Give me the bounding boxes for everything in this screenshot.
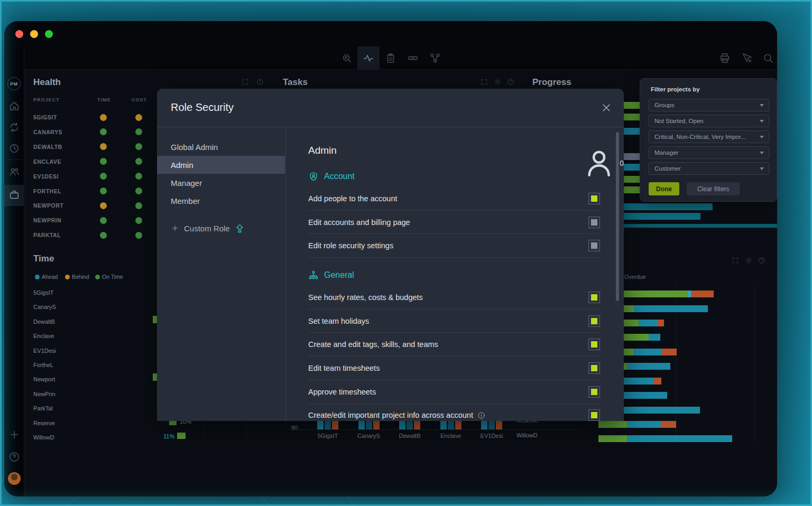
bar-segment-green_bar <box>598 435 627 442</box>
plus-icon <box>171 224 179 232</box>
gear-icon[interactable] <box>494 78 501 86</box>
cost-category-label: DewaltB <box>394 433 426 439</box>
progress-scrollbar[interactable] <box>624 224 777 228</box>
permission-label: Create and edit tags, skills, and teams <box>308 340 438 349</box>
permission-label: Approve timesheets <box>308 388 376 396</box>
app-logo[interactable]: PM <box>7 77 21 90</box>
permission-checkbox[interactable] <box>588 362 600 374</box>
bar-segment-orange_bar <box>661 421 676 428</box>
time-project-label: NewPrin <box>33 391 56 397</box>
activity-icon[interactable] <box>363 52 374 64</box>
gear-icon[interactable] <box>745 257 752 264</box>
role-item-member[interactable]: Member <box>157 192 285 210</box>
cost-bar <box>407 421 413 429</box>
filter-dropdown[interactable]: Groups <box>649 99 769 111</box>
permission-checkbox[interactable] <box>588 315 600 327</box>
top-toolbar <box>24 46 777 70</box>
filter-dropdown[interactable]: Manager <box>649 146 769 159</box>
modal-sidebar-divider <box>285 127 286 421</box>
custom-role-label: Custom Role <box>184 224 230 233</box>
workflow-icon[interactable] <box>429 52 441 64</box>
permission-checkbox[interactable] <box>588 339 600 350</box>
health-time-dot <box>100 202 107 209</box>
printer-icon[interactable] <box>719 52 731 64</box>
help-circle-icon[interactable] <box>256 78 264 86</box>
org-tree-icon <box>308 270 319 280</box>
health-project-name: NEWPORT <box>33 202 63 209</box>
overdue-stacked-bar <box>598 435 732 442</box>
permission-row: Approve timesheets <box>308 380 600 404</box>
bar-segment-teal <box>634 305 708 312</box>
health-cost-dot <box>135 232 142 239</box>
help-circle-icon[interactable] <box>758 257 765 264</box>
willow-percent-label: 11% <box>163 433 174 439</box>
filter-dropdown[interactable]: Critical, Non-Critical, Very Impor... <box>649 130 769 143</box>
progress-bar <box>624 128 640 135</box>
user-avatar[interactable] <box>8 472 21 485</box>
progress-bar <box>624 164 640 171</box>
info-icon[interactable] <box>477 411 485 419</box>
permission-row: Set team holidays <box>308 310 600 333</box>
maximize-window-button[interactable] <box>45 30 53 38</box>
role-item-admin[interactable]: Admin <box>157 156 285 174</box>
time-project-label: Enclave <box>33 333 54 339</box>
filter-dropdown[interactable]: Customer <box>649 162 769 175</box>
permission-label: See hourly rates, costs & budgets <box>308 293 423 302</box>
permission-checkbox[interactable] <box>588 386 600 398</box>
overdue-stacked-bar <box>624 378 661 385</box>
health-project-name: CANARYS <box>33 129 62 135</box>
permission-checkbox[interactable] <box>588 217 600 228</box>
cost-bar <box>496 421 502 429</box>
permission-row: Add people to the account <box>308 187 600 211</box>
health-time-dot <box>100 114 107 121</box>
role-item-manager[interactable]: Manager <box>157 174 285 192</box>
portfolio-briefcase-icon[interactable] <box>8 189 20 201</box>
time-project-label: FortheL <box>33 362 53 368</box>
permission-checkbox[interactable] <box>588 193 600 204</box>
overdue-stacked-bar <box>624 363 670 370</box>
tasks-panel-title: Tasks <box>283 77 308 88</box>
gridline <box>754 285 755 444</box>
filter-dropdown[interactable]: Not Started, Open <box>649 115 769 127</box>
permission-checkbox[interactable] <box>588 240 600 251</box>
add-icon[interactable] <box>8 429 20 441</box>
clipboard-icon[interactable] <box>385 52 396 64</box>
link-icon[interactable] <box>407 52 419 64</box>
permission-label: Add people to the account <box>308 194 398 203</box>
overdue-legend-label: Overdue <box>624 274 645 280</box>
permission-row: Create/edit important project info acros… <box>308 404 600 421</box>
pointer-icon[interactable] <box>741 52 753 64</box>
team-users-icon[interactable] <box>8 166 20 177</box>
overdue-stacked-bar <box>624 392 667 399</box>
help-circle-icon[interactable] <box>507 78 514 86</box>
permission-checkbox[interactable] <box>588 292 600 303</box>
health-col-time: TIME <box>97 97 111 102</box>
expand-icon[interactable] <box>481 78 488 86</box>
progress-bar <box>624 153 640 160</box>
modal-scrollbar[interactable] <box>616 132 619 301</box>
home-icon[interactable] <box>8 100 20 112</box>
minimize-window-button[interactable] <box>30 30 38 38</box>
close-icon[interactable] <box>601 102 612 113</box>
add-custom-role-button[interactable]: Custom Role <box>171 219 245 237</box>
help-icon[interactable] <box>8 451 20 463</box>
history-clock-icon[interactable] <box>8 143 20 154</box>
done-button[interactable]: Done <box>649 182 679 195</box>
overdue-stacked-bar <box>624 305 708 312</box>
sync-icon[interactable] <box>8 121 20 133</box>
clear-filters-button[interactable]: Clear filters <box>687 182 740 195</box>
legend-label: Ahead <box>42 274 58 280</box>
role-item-global-admin[interactable]: Global Admin <box>157 138 285 156</box>
cost-bar <box>448 421 454 429</box>
permission-checkbox[interactable] <box>588 409 600 421</box>
file-search-icon[interactable] <box>341 52 353 64</box>
permission-label: Edit accounts and billing page <box>308 218 410 227</box>
permission-row: Edit role security settings <box>308 234 600 258</box>
search-icon[interactable] <box>762 52 774 64</box>
cost-axis-zero-label: $0 <box>291 425 298 431</box>
expand-icon[interactable] <box>242 78 249 86</box>
shield-user-icon <box>308 171 319 182</box>
expand-icon[interactable] <box>732 257 739 264</box>
cost-bar <box>399 421 405 429</box>
close-window-button[interactable] <box>15 30 23 38</box>
